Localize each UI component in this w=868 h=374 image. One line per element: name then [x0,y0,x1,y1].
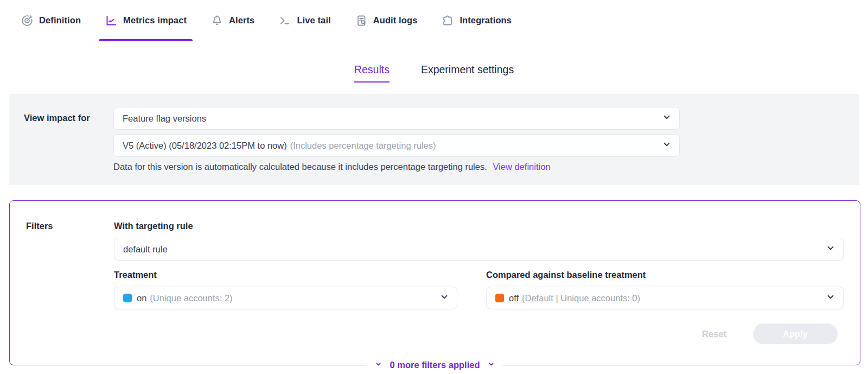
chevron-down-icon [488,360,495,370]
chevron-down-icon [826,243,835,255]
tab-experiment-settings[interactable]: Experiment settings [421,64,514,83]
treatment-select[interactable]: on (Unique accounts: 2) [114,287,457,309]
chevron-down-icon [826,292,835,304]
chevron-down-icon [375,360,382,370]
treatment-label: Treatment [114,270,457,280]
document-search-icon [355,14,368,27]
nav-tab-metrics-impact[interactable]: Metrics impact [105,0,187,41]
target-dart-icon [21,14,34,27]
impact-type-value: Feature flag versions [123,113,662,124]
targeting-rule-label: With targeting rule [114,221,844,231]
baseline-treatment-select[interactable]: off (Default | Unique accounts: 0) [486,287,844,309]
targeting-rule-select[interactable]: default rule [114,238,844,261]
nav-tab-live-tail[interactable]: Live tail [278,0,330,41]
nav-tab-definition[interactable]: Definition [21,0,81,41]
targeting-rule-value: default rule [123,244,826,255]
nav-label-audit-logs: Audit logs [373,15,418,26]
baseline-treatment-label: Compared against baseline treatment [486,270,844,280]
baseline-value: off [509,293,519,303]
chart-line-icon [105,14,118,27]
chevron-down-icon [662,112,672,124]
flag-version-note: (Includes percentage targeting rules) [290,141,436,151]
impact-type-select[interactable]: Feature flag versions [113,107,680,130]
nav-tab-audit-logs[interactable]: Audit logs [355,0,418,41]
nav-label-integrations: Integrations [459,15,512,26]
treatment-detail: (Unique accounts: 2) [150,293,232,303]
version-helper-text: Data for this version is automatically c… [113,162,680,172]
chevron-down-icon [662,140,672,151]
filters-panel: Filters With targeting rule default rule… [9,200,860,365]
more-filters-toggle[interactable]: 0 more filters applied [367,360,503,370]
apply-button[interactable]: Apply [753,324,838,344]
view-impact-section: View impact for Feature flag versions V5… [9,94,859,185]
puzzle-icon [441,14,454,27]
flag-version-select[interactable]: V5 (Active) (05/18/2023 02:15PM to now) … [113,134,680,157]
treatment-color-swatch [123,294,132,302]
top-navigation: Definition Metrics impact Alerts [0,0,868,41]
flag-version-value: V5 (Active) (05/18/2023 02:15PM to now) [123,141,287,151]
nav-label-alerts: Alerts [229,15,254,26]
nav-tab-alerts[interactable]: Alerts [210,0,254,41]
terminal-icon [278,14,291,27]
nav-label-definition: Definition [39,15,81,26]
chevron-down-icon [439,292,449,304]
tab-results[interactable]: Results [354,64,390,83]
baseline-color-swatch [495,294,504,302]
filters-title: Filters [26,221,114,365]
view-definition-link[interactable]: View definition [493,162,550,172]
nav-tab-integrations[interactable]: Integrations [441,0,512,41]
more-filters-label: 0 more filters applied [390,360,480,370]
view-impact-label: View impact for [24,107,113,172]
baseline-detail: (Default | Unique accounts: 0) [522,293,640,303]
nav-label-metrics-impact: Metrics impact [123,15,187,26]
treatment-value: on [137,293,146,303]
results-tab-bar: Results Experiment settings [0,64,868,83]
bell-icon [210,14,224,27]
reset-button[interactable]: Reset [702,329,726,339]
nav-label-live-tail: Live tail [297,15,330,26]
